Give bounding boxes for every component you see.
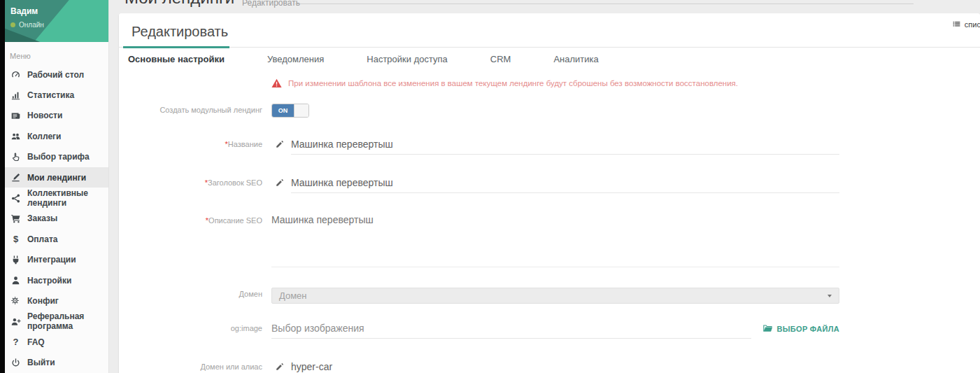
cart-icon — [10, 213, 21, 224]
sidebar-item-label: Коллективные лендинги — [27, 188, 108, 208]
domain-field-row: Домен Домен — [119, 288, 980, 304]
question-icon: ? — [10, 337, 21, 347]
tab-crm[interactable]: CRM — [485, 48, 516, 72]
left-edge — [0, 0, 5, 373]
page-title: Мои лендинги — [125, 0, 234, 8]
field-label-text: Описание SEO — [208, 216, 262, 225]
tab-access-settings[interactable]: Настройки доступа — [362, 48, 453, 72]
pencil-icon — [275, 139, 285, 149]
user-status: Онлайн — [5, 16, 108, 29]
list-button-label: список — [965, 20, 980, 29]
sidebar-item-integrations[interactable]: Интеграции — [5, 250, 108, 270]
sidebar-item-label: Выйти — [27, 358, 55, 367]
tab-main-settings[interactable]: Основные настройки — [123, 48, 229, 72]
list-icon — [952, 20, 961, 29]
sidebar-item-label: Реферальная программа — [27, 311, 108, 331]
field-label-text: Заголовок SEO — [208, 178, 262, 187]
edit-icon — [10, 172, 21, 183]
sidebar-item-referral[interactable]: Реферальная программа — [5, 311, 108, 332]
sidebar-item-orders[interactable]: Заказы — [5, 209, 108, 229]
seo-title-field-row: *Заголовок SEO — [119, 176, 980, 193]
sidebar-item-settings[interactable]: Настройки — [5, 270, 108, 290]
sidebar-item-payment[interactable]: $ Оплата — [5, 229, 108, 249]
field-label: *Заголовок SEO — [119, 176, 262, 187]
sidebar-item-label: Рабочий стол — [27, 70, 84, 80]
user-name: Вадим — [5, 0, 108, 16]
card-header: Редактировать список — [119, 13, 980, 47]
seo-title-input[interactable] — [291, 177, 839, 188]
template-warning: При изменении шаблона все изменения в ва… — [271, 78, 980, 88]
field-label: Домен — [119, 288, 262, 298]
sidebar-item-label: Интеграции — [27, 255, 76, 265]
edit-card: Редактировать список Основные настройки … — [119, 13, 980, 373]
field-label: og:image — [119, 322, 262, 332]
alias-input[interactable] — [291, 361, 839, 372]
field-label: *Название — [119, 138, 262, 148]
sidebar-item-label: Коллеги — [27, 132, 62, 141]
sidebar-item-label: Оплата — [27, 234, 57, 244]
sidebar-item-collective-landings[interactable]: Коллективные лендинги — [5, 188, 108, 208]
dashboard-icon — [10, 69, 21, 80]
field-label: Создать модульный лендинг — [119, 104, 262, 114]
sidebar-item-my-landings[interactable]: Мои лендинги — [5, 167, 108, 188]
sidebar: Вадим Онлайн Меню Рабочий стол Статистик… — [5, 0, 109, 373]
warning-text: При изменении шаблона все изменения в ва… — [288, 79, 738, 87]
tab-notifications[interactable]: Уведомления — [262, 48, 329, 72]
sidebar-menu: Рабочий стол Статистика Новости Коллеги … — [5, 64, 108, 373]
sidebar-item-news[interactable]: Новости — [5, 106, 108, 126]
sidebar-item-label: Выбор тарифа — [27, 152, 90, 162]
user-icon — [10, 275, 21, 286]
heading-divider — [295, 3, 914, 4]
list-view-button[interactable]: список — [952, 20, 980, 29]
tab-analytics[interactable]: Аналитика — [548, 48, 603, 72]
og-image-field-row: og:image ВЫБОР ФАЙЛА — [119, 322, 980, 339]
gears-icon — [10, 295, 21, 306]
domain-select-placeholder: Домен — [279, 290, 307, 301]
toggle-knob — [294, 104, 308, 117]
choose-file-button[interactable]: ВЫБОР ФАЙЛА — [762, 324, 840, 333]
og-image-input[interactable] — [271, 323, 751, 334]
sidebar-item-tariff[interactable]: Выбор тарифа — [5, 147, 108, 167]
bar-chart-icon — [10, 90, 21, 101]
seo-description-textarea[interactable]: Машинка перевертыш — [271, 214, 839, 267]
pencil-icon — [275, 362, 285, 372]
sidebar-item-config[interactable]: Конфиг — [5, 290, 108, 311]
sidebar-item-dashboard[interactable]: Рабочий стол — [5, 64, 108, 85]
hand-pointer-icon — [10, 152, 21, 162]
field-label: *Описание SEO — [119, 214, 262, 225]
sidebar-item-label: Новости — [27, 111, 62, 120]
users-icon — [10, 131, 21, 141]
sidebar-item-label: FAQ — [27, 337, 45, 347]
user-status-label: Онлайн — [19, 21, 44, 29]
breadcrumb-current: Редактировать — [242, 0, 300, 8]
tab-bar: Основные настройки Уведомления Настройки… — [119, 47, 980, 72]
field-label-text: Название — [228, 140, 262, 148]
sidebar-item-faq[interactable]: ? FAQ — [5, 332, 108, 352]
warning-icon — [271, 78, 282, 88]
sidebar-item-label: Настройки — [27, 276, 71, 286]
folder-icon — [762, 324, 773, 333]
power-icon — [10, 358, 21, 368]
chevron-down-icon — [828, 295, 832, 297]
newspaper-icon — [10, 111, 21, 121]
module-landing-toggle[interactable]: ON — [271, 104, 309, 118]
domain-select[interactable]: Домен — [271, 288, 839, 304]
share-icon — [10, 193, 21, 204]
name-input[interactable] — [291, 139, 839, 150]
sidebar-item-statistics[interactable]: Статистика — [5, 85, 108, 105]
sidebar-item-colleagues[interactable]: Коллеги — [5, 126, 108, 146]
user-plus-icon — [10, 316, 21, 327]
sidebar-item-label: Мои лендинги — [27, 173, 86, 183]
plug-icon — [10, 255, 21, 265]
sidebar-user-panel: Вадим Онлайн — [5, 0, 108, 42]
page-heading: Мои лендинги Редактировать — [119, 0, 980, 13]
name-field-row: *Название — [119, 138, 980, 155]
card-title: Редактировать — [132, 24, 966, 40]
sidebar-item-label: Статистика — [27, 90, 74, 100]
online-status-dot — [10, 22, 15, 27]
pencil-icon — [275, 178, 285, 188]
seo-description-field-row: *Описание SEO Машинка перевертыш — [119, 214, 980, 267]
menu-section-label: Меню — [5, 42, 108, 64]
sidebar-item-logout[interactable]: Выйти — [5, 352, 108, 372]
alias-field-row: Домен или алиас — [119, 360, 980, 373]
